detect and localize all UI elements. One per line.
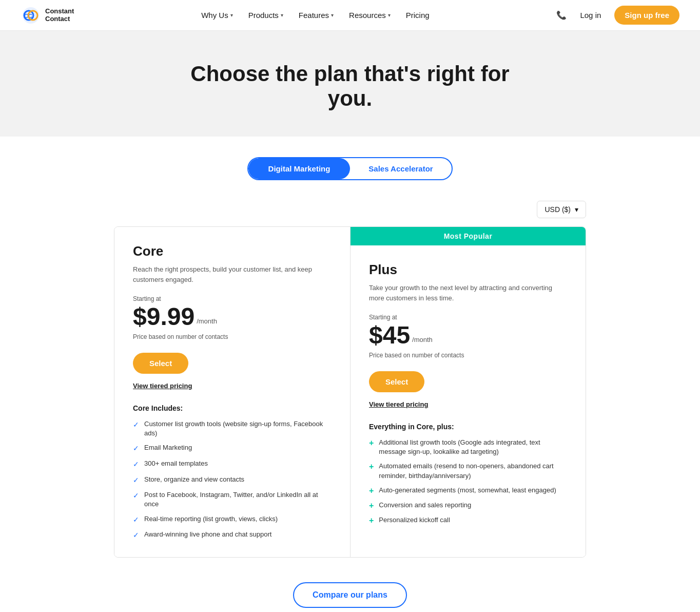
plus-starting-at: Starting at xyxy=(369,314,567,321)
currency-row: USD ($) ▾ xyxy=(114,201,586,218)
list-item: + Auto-generated segments (most, somewha… xyxy=(369,486,567,495)
plus-includes-title: Everything in Core, plus: xyxy=(369,423,567,431)
plus-view-tiered-pricing[interactable]: View tiered pricing xyxy=(369,400,567,408)
compare-row: Compare our plans xyxy=(114,582,586,608)
plus-price-note: Price based on number of contacts xyxy=(369,352,567,359)
core-view-tiered-pricing[interactable]: View tiered pricing xyxy=(133,382,332,390)
list-item: ✓ Post to Facebook, Instagram, Twitter, … xyxy=(133,490,332,509)
chevron-down-icon: ▾ xyxy=(281,12,283,18)
navbar: CC Constant Contact Why Us ▾ Products ▾ … xyxy=(0,0,700,31)
hero-section: Choose the plan that's right for you. xyxy=(0,31,700,137)
list-item: ✓ Store, organize and view contacts xyxy=(133,475,332,486)
check-icon: ✓ xyxy=(133,444,139,454)
core-price-row: $9.99 /month xyxy=(133,304,332,329)
plus-price-row: $45 /month xyxy=(369,323,567,348)
chevron-down-icon: ▾ xyxy=(388,12,391,18)
toggle-container: Digital Marketing Sales Accelerator xyxy=(247,157,453,180)
currency-selector[interactable]: USD ($) ▾ xyxy=(537,201,586,218)
currency-label: USD ($) xyxy=(545,205,571,214)
list-item: ✓ Email Marketing xyxy=(133,443,332,454)
plus-icon: + xyxy=(369,438,374,448)
pricing-cards: Core Reach the right prospects, build yo… xyxy=(114,226,586,558)
nav-item-resources[interactable]: Resources ▾ xyxy=(343,7,397,24)
list-item: + Automated emails (resend to non-opener… xyxy=(369,462,567,480)
core-plan-title: Core xyxy=(133,243,332,259)
nav-item-pricing[interactable]: Pricing xyxy=(400,7,436,24)
nav-item-products[interactable]: Products ▾ xyxy=(242,7,289,24)
navbar-right: 📞 Log in Sign up free xyxy=(556,6,679,25)
check-icon: ✓ xyxy=(133,515,139,525)
plus-plan-description: Take your growth to the next level by at… xyxy=(369,283,567,303)
plus-icon: + xyxy=(369,462,374,471)
plus-plan-title: Plus xyxy=(369,262,567,278)
toggle-sales-accelerator[interactable]: Sales Accelerator xyxy=(350,158,452,179)
core-includes-title: Core Includes: xyxy=(133,404,332,412)
plus-icon: + xyxy=(369,501,374,510)
signup-button[interactable]: Sign up free xyxy=(614,6,679,25)
main-nav: Why Us ▾ Products ▾ Features ▾ Resources… xyxy=(195,7,435,24)
main-content: Digital Marketing Sales Accelerator USD … xyxy=(104,137,596,612)
popular-badge: Most Popular xyxy=(351,227,586,245)
list-item: ✓ Real-time reporting (list growth, view… xyxy=(133,514,332,525)
plus-plan-wrapper: Most Popular Plus Take your growth to th… xyxy=(350,227,586,557)
check-icon: ✓ xyxy=(133,475,139,486)
core-starting-at: Starting at xyxy=(133,295,332,302)
plus-icon: + xyxy=(369,515,374,525)
plus-price-amount: $45 xyxy=(369,323,410,348)
list-item: + Additional list growth tools (Google a… xyxy=(369,438,567,456)
plan-toggle: Digital Marketing Sales Accelerator xyxy=(114,157,586,180)
toggle-digital-marketing[interactable]: Digital Marketing xyxy=(248,158,350,179)
core-plan-card: Core Reach the right prospects, build yo… xyxy=(114,227,350,557)
plus-icon: + xyxy=(369,486,374,495)
phone-icon: 📞 xyxy=(556,10,567,20)
list-item: + Conversion and sales reporting xyxy=(369,501,567,510)
plus-plan-card: Plus Take your growth to the next level … xyxy=(351,245,586,557)
plus-select-button[interactable]: Select xyxy=(369,371,424,392)
list-item: + Personalized kickoff call xyxy=(369,515,567,525)
list-item: ✓ Customer list growth tools (website si… xyxy=(133,419,332,438)
compare-plans-button[interactable]: Compare our plans xyxy=(293,582,407,608)
check-icon: ✓ xyxy=(133,491,139,501)
logo-icon: CC xyxy=(21,5,41,26)
core-price-amount: $9.99 xyxy=(133,304,195,329)
check-icon: ✓ xyxy=(133,530,139,541)
chevron-down-icon: ▾ xyxy=(331,12,334,18)
list-item: ✓ Award-winning live phone and chat supp… xyxy=(133,530,332,541)
check-icon: ✓ xyxy=(133,420,139,430)
login-button[interactable]: Log in xyxy=(575,8,606,23)
core-feature-list: ✓ Customer list growth tools (website si… xyxy=(133,419,332,541)
hero-title: Choose the plan that's right for you. xyxy=(170,62,530,111)
plus-feature-list: + Additional list growth tools (Google a… xyxy=(369,438,567,525)
logo[interactable]: CC Constant Contact xyxy=(21,5,74,26)
plus-price-period: /month xyxy=(412,336,433,343)
core-price-period: /month xyxy=(197,317,217,325)
core-select-button[interactable]: Select xyxy=(133,353,188,374)
check-icon: ✓ xyxy=(133,460,139,470)
list-item: ✓ 300+ email templates xyxy=(133,459,332,470)
nav-item-why-us[interactable]: Why Us ▾ xyxy=(195,7,239,24)
core-plan-description: Reach the right prospects, build your cu… xyxy=(133,264,332,285)
nav-item-features[interactable]: Features ▾ xyxy=(293,7,340,24)
chevron-down-icon: ▾ xyxy=(575,205,578,214)
chevron-down-icon: ▾ xyxy=(230,12,233,18)
core-price-note: Price based on number of contacts xyxy=(133,333,332,340)
